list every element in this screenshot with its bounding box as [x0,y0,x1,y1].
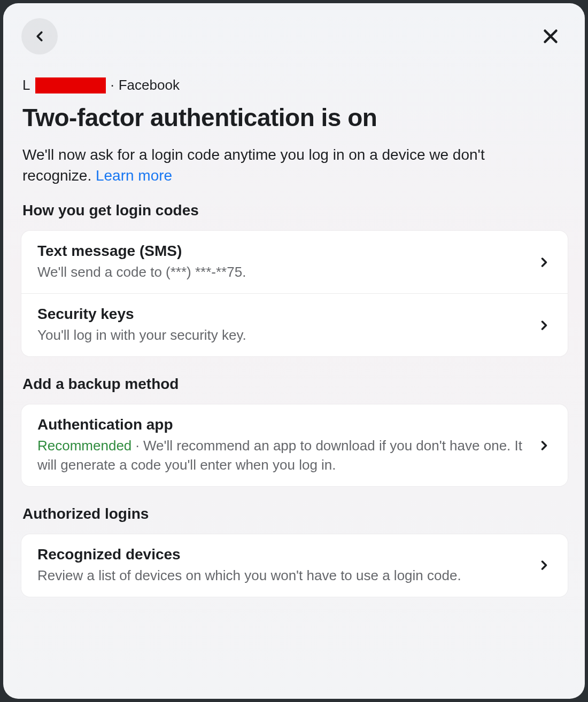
auth-app-sep: · [131,438,143,454]
chevron-right-icon [537,558,552,573]
chevron-right-icon [537,438,552,453]
breadcrumb-name-initial: L [22,77,30,93]
breadcrumb: L · Facebook [22,77,568,93]
breadcrumb-separator: · [110,77,114,93]
recognized-devices-sub: Review a list of devices on which you wo… [37,566,526,585]
recognized-devices-title: Recognized devices [37,546,526,563]
chevron-left-icon [32,28,48,44]
backup-methods-group: Authentication app Recommended · We'll r… [21,404,568,486]
redacted-name [35,77,106,93]
chevron-right-icon [537,255,552,270]
section-heading-authorized: Authorized logins [22,505,568,522]
close-icon [541,27,560,46]
modal-topbar [21,18,568,54]
close-button[interactable] [538,24,563,49]
recognized-devices-row[interactable]: Recognized devices Review a list of devi… [21,534,568,597]
login-codes-group: Text message (SMS) We'll send a code to … [21,231,568,356]
breadcrumb-platform: Facebook [119,77,180,93]
description-text: We'll now ask for a login code anytime y… [22,146,485,184]
method-sms-title: Text message (SMS) [37,243,526,260]
method-security-keys-row[interactable]: Security keys You'll log in with your se… [21,294,568,356]
section-heading-login-codes: How you get login codes [22,202,568,219]
method-security-keys-title: Security keys [37,306,526,323]
recommended-badge: Recommended [37,438,131,454]
authorized-logins-group: Recognized devices Review a list of devi… [21,534,568,597]
method-sms-text: Text message (SMS) We'll send a code to … [37,243,537,282]
two-factor-settings-modal: L · Facebook Two-factor authentication i… [3,3,585,699]
method-auth-app-row[interactable]: Authentication app Recommended · We'll r… [21,404,568,486]
method-sms-sub: We'll send a code to (***) ***-**75. [37,263,526,282]
page-title: Two-factor authentication is on [22,103,568,132]
method-auth-app-text: Authentication app Recommended · We'll r… [37,416,537,474]
page-description: We'll now ask for a login code anytime y… [22,145,514,186]
recognized-devices-text: Recognized devices Review a list of devi… [37,546,537,585]
method-security-keys-sub: You'll log in with your security key. [37,326,526,345]
method-auth-app-sub: Recommended · We'll recommend an app to … [37,436,526,474]
back-button[interactable] [21,18,58,54]
method-security-keys-text: Security keys You'll log in with your se… [37,306,537,345]
learn-more-link[interactable]: Learn more [96,167,172,184]
method-auth-app-title: Authentication app [37,416,526,433]
section-heading-backup: Add a backup method [22,376,568,393]
method-sms-row[interactable]: Text message (SMS) We'll send a code to … [21,231,568,294]
chevron-right-icon [537,318,552,333]
